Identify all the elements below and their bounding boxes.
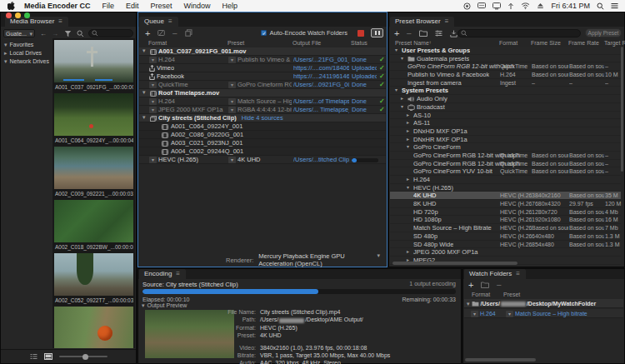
preset-row[interactable]: ▸ AS-10 xyxy=(390,112,621,120)
chevron-down-icon[interactable]: ▾ xyxy=(401,103,403,112)
add-output-button[interactable] xyxy=(158,29,165,37)
notification-center-icon[interactable] xyxy=(611,2,618,9)
queue-output-row[interactable]: Vimeo https://....com/184066142 Uploaded… xyxy=(139,64,386,72)
chevron-right-icon[interactable]: ▸ xyxy=(407,112,409,120)
stitched-source-row[interactable]: A001_C064_09224Y_001 xyxy=(139,122,386,131)
location-dropdown[interactable]: Guate... ▾ xyxy=(3,29,35,37)
new-group-icon[interactable] xyxy=(419,30,428,37)
chevron-down-icon[interactable]: ▾ xyxy=(395,87,398,95)
panel-menu-icon[interactable]: ≡ xyxy=(58,18,62,25)
stitched-source-row[interactable]: A002_C086_09220G_001 xyxy=(139,131,386,139)
chevron-down-icon[interactable]: ▾ xyxy=(142,114,146,120)
updates-icon[interactable] xyxy=(508,2,514,10)
format-dropdown[interactable]: ▾ xyxy=(149,107,157,113)
zoom-search-icon[interactable] xyxy=(77,30,84,37)
spotlight-search-icon[interactable] xyxy=(597,2,604,10)
filter-funnel-icon[interactable] xyxy=(64,30,72,37)
preset-row[interactable]: ▾ Broadcast xyxy=(390,103,621,112)
preset-row[interactable]: ▾ Guatemala presets xyxy=(390,55,621,63)
eject-icon[interactable] xyxy=(537,2,544,9)
preset-row[interactable]: ▾ User Presets & Groups xyxy=(390,47,621,55)
preset-row[interactable]: GoPro CineForm RGB 12-bit with alpha (Al… xyxy=(390,62,621,71)
output-file-link[interactable]: /Users/...titched Clip).mp4 xyxy=(293,156,349,164)
media-search-input[interactable] xyxy=(88,29,133,37)
queue-source-row[interactable]: ▾ City streets (Stitched Clip)Hide 4 sou… xyxy=(139,114,386,122)
tab-queue[interactable]: Queue ≡ xyxy=(139,17,178,27)
preset-col-format[interactable]: Format xyxy=(499,40,518,46)
preset-row[interactable]: Ingest from camera Ingest – – – xyxy=(390,79,621,87)
preset-row[interactable]: SD 480p Wide HEVC (H.265) 854x480 Based … xyxy=(390,241,621,249)
back-button[interactable]: ← xyxy=(40,30,47,37)
add-watch-folder-button[interactable]: + xyxy=(468,281,473,289)
new-preset-button[interactable]: + xyxy=(394,29,399,37)
preset-row[interactable]: ▾ HEVC (H.265) xyxy=(390,184,621,192)
menu-media-encoder-cc[interactable]: Media Encoder CC xyxy=(18,0,97,12)
chevron-right-icon[interactable]: ▸ xyxy=(401,95,403,103)
preset-row[interactable]: ▸ Audio Only xyxy=(390,95,621,103)
chevron-down-icon[interactable]: ▾ xyxy=(407,143,409,152)
output-file-link[interactable]: /Users/...of Timelapse.mp4 xyxy=(293,97,349,106)
queue-source-row[interactable]: ▾ Roof Timelapse.mov xyxy=(139,89,386,97)
preset-row[interactable]: 8K UHD HEVC (H.265) 7680x4320 29.97 fps … xyxy=(390,200,621,208)
queue-output-row[interactable]: ▾JPEG 2000 MXF OP1a ▾RGBA 4:4:4:4 12-bit… xyxy=(139,106,386,114)
media-clip[interactable]: A001_C064_09224Y_...00:00:04:08 xyxy=(54,93,133,145)
chevron-down-icon[interactable]: ▾ xyxy=(401,55,403,63)
queue-output-row[interactable]: ▾QuickTime ▾GoPro Cineform RGB 12... /Us… xyxy=(139,81,386,89)
panel-menu-icon[interactable]: ≡ xyxy=(516,271,520,277)
chevron-right-icon[interactable]: ▸ xyxy=(407,127,409,136)
horizontal-scrollbar[interactable] xyxy=(392,262,518,265)
preset-dropdown[interactable]: ▾ xyxy=(228,98,236,105)
output-file-link[interactable]: /Users/... Timelapse_1.mxf xyxy=(293,106,349,114)
preset-row[interactable]: ▸ DNxHD MXF OP1a xyxy=(390,127,621,136)
tree-item-network-drives[interactable]: ▾Network Drives xyxy=(1,57,51,65)
chevron-right-icon[interactable]: ▸ xyxy=(4,50,8,56)
media-clip[interactable] xyxy=(54,307,133,348)
preset-row[interactable]: Publish to Vimeo & Facebook H.264 Based … xyxy=(390,71,621,79)
queue-output-row[interactable]: ▾H.264 ▾Publish to Vimeo & Face... /User… xyxy=(139,56,386,64)
format-dropdown[interactable]: ▾ xyxy=(149,98,157,105)
media-clip[interactable]: A002_C009_092221_...00:00:03:04 xyxy=(54,147,133,198)
stop-queue-button[interactable] xyxy=(358,30,364,37)
watch-folder-path-row[interactable]: ▾ /Users//Desktop/MyWatchFolder xyxy=(464,299,623,308)
preset-row[interactable]: GoPro CineForm RGB 12-bit with alpha Qui… xyxy=(390,152,621,160)
menu-window[interactable]: Window xyxy=(178,0,217,12)
chevron-down-icon[interactable]: ▾ xyxy=(142,89,146,95)
preset-row[interactable]: ▾ GoPro CineForm xyxy=(390,143,621,152)
output-file-link[interactable]: /Users/...21FG_001_1.mp4 xyxy=(293,56,349,64)
output-file-link[interactable]: https://....com/184066142 xyxy=(293,64,349,72)
renderer-dropdown[interactable]: Mercury Playback Engine GPU Acceleration… xyxy=(258,252,387,267)
remove-watch-folder-button[interactable]: − xyxy=(496,281,501,289)
chevron-right-icon[interactable]: ▸ xyxy=(407,248,409,257)
clip-thumbnail-hilltop-cross[interactable] xyxy=(54,40,133,82)
zoom-window-button[interactable] xyxy=(24,12,30,18)
clip-thumbnail-jungle-aerial[interactable] xyxy=(54,200,133,242)
menu-help[interactable]: Help xyxy=(217,0,244,12)
list-view-icon[interactable] xyxy=(30,353,38,360)
thumbnail-view-icon[interactable] xyxy=(44,353,52,360)
panel-menu-icon[interactable]: ≡ xyxy=(176,271,180,277)
output-file-link[interactable]: /Users/...0921FG_001.mov xyxy=(293,81,349,89)
app-status-icon[interactable] xyxy=(478,2,486,9)
wifi-icon[interactable] xyxy=(521,2,530,9)
thumbnail-size-slider[interactable] xyxy=(59,356,108,357)
apply-preset-button[interactable]: Apply Preset xyxy=(585,28,622,37)
preset-row[interactable]: HD 720p HEVC (H.265) 1280x720 Based on s… xyxy=(390,208,621,217)
format-dropdown[interactable]: ▾ xyxy=(149,82,157,88)
preset-dropdown[interactable]: ▾ xyxy=(228,57,236,63)
output-preview-toggle[interactable]: ▾ Output Preview xyxy=(142,302,187,308)
tree-item-favorites[interactable]: ▾Favorites xyxy=(1,40,51,48)
remove-button[interactable]: − xyxy=(172,29,177,37)
tab-preset-browser[interactable]: Preset Browser ≡ xyxy=(390,17,454,27)
preset-col-frame-size[interactable]: Frame Size xyxy=(531,40,561,46)
display-icon[interactable] xyxy=(492,2,501,10)
preset-row[interactable]: ▸ H.264 xyxy=(390,176,621,184)
preset-settings-icon[interactable] xyxy=(435,30,442,37)
queue-output-row[interactable]: ▾H.264 ▾Match Source – High bitr... /Use… xyxy=(139,97,386,106)
stitched-source-row[interactable]: A004_C002_09244Q_001 xyxy=(139,147,386,156)
clip-thumbnail-lakeside-town[interactable] xyxy=(54,147,133,189)
preset-row[interactable]: ▾ System Presets xyxy=(390,87,621,95)
screen-record-icon[interactable] xyxy=(463,2,471,10)
chevron-right-icon[interactable]: ▸ xyxy=(407,136,409,144)
format-dropdown[interactable]: ▾ xyxy=(149,157,157,163)
menu-bar-clock[interactable]: Fri 6:41 PM xyxy=(551,2,590,10)
